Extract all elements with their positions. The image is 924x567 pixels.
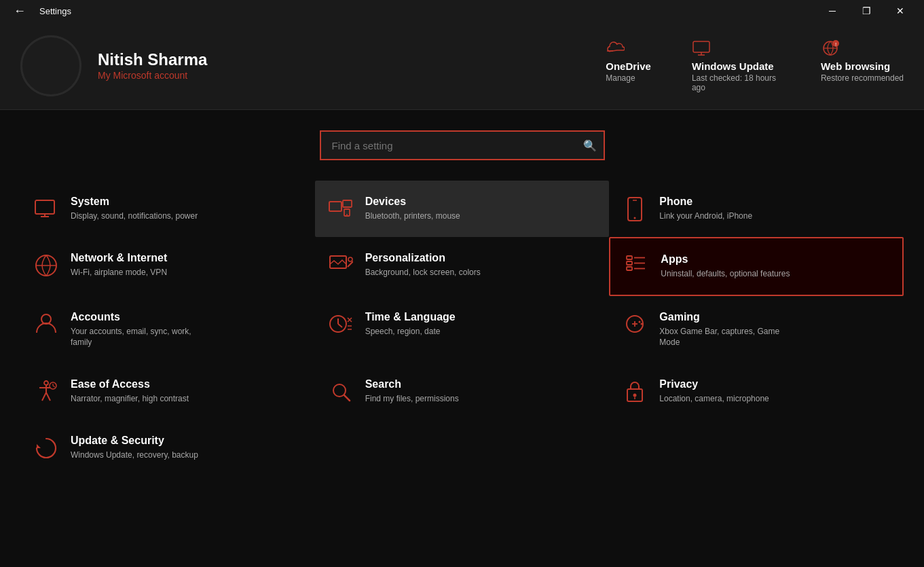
windows-update-icon <box>692 39 711 56</box>
ease-of-access-text: Ease of Access Narrator, magnifier, high… <box>71 378 189 405</box>
apps-title: Apps <box>661 253 790 266</box>
accounts-desc: Your accounts, email, sync, work, family <box>71 326 206 349</box>
setting-devices[interactable]: Devices Bluetooth, printers, mouse <box>315 181 610 237</box>
ease-of-access-icon <box>34 380 58 403</box>
search-title: Search <box>365 378 459 390</box>
apps-icon <box>624 255 648 278</box>
devices-desc: Bluetooth, printers, mouse <box>365 211 460 222</box>
svg-line-47 <box>344 395 350 401</box>
personalization-icon <box>329 253 353 276</box>
svg-point-13 <box>346 214 348 215</box>
widget-windows-update[interactable]: Windows Update Last checked: 18 hours ag… <box>692 39 780 92</box>
account-link[interactable]: My Microsoft account <box>98 70 187 81</box>
header: Nitish Sharma My Microsoft account OneDr… <box>0 22 924 110</box>
system-text: System Display, sound, notifications, po… <box>71 196 198 222</box>
search-setting-icon <box>329 380 353 402</box>
svg-rect-11 <box>343 200 352 207</box>
setting-search[interactable]: Search Find my files, permissions <box>315 363 610 420</box>
accounts-title: Accounts <box>71 311 206 323</box>
network-icon <box>34 253 58 278</box>
time-language-title: Time & Language <box>365 311 456 323</box>
network-title: Network & Internet <box>71 252 167 264</box>
search-container: 🔍 <box>0 110 924 174</box>
network-text: Network & Internet Wi-Fi, airplane mode,… <box>71 252 167 278</box>
setting-time-language[interactable]: Time & Language Speech, region, date <box>315 296 610 364</box>
svg-line-41 <box>42 392 46 401</box>
user-name: Nitish Sharma <box>98 50 589 69</box>
setting-privacy[interactable]: Privacy Location, camera, microphone <box>609 363 904 420</box>
search-input[interactable] <box>320 130 605 160</box>
network-desc: Wi-Fi, airplane mode, VPN <box>71 267 167 278</box>
web-browsing-sub: Restore recommended <box>821 73 904 83</box>
update-security-title: Update & Security <box>71 435 198 447</box>
privacy-desc: Location, camera, microphone <box>659 393 769 405</box>
setting-network[interactable]: Network & Internet Wi-Fi, airplane mode,… <box>20 237 315 296</box>
setting-phone[interactable]: Phone Link your Android, iPhone <box>609 181 904 237</box>
svg-point-16 <box>634 217 636 219</box>
svg-point-27 <box>41 314 51 324</box>
svg-point-38 <box>44 381 48 385</box>
minimize-button[interactable]: ─ <box>817 0 848 22</box>
setting-ease-of-access[interactable]: Ease of Access Narrator, magnifier, high… <box>20 363 315 420</box>
update-title: Windows Update <box>692 60 774 72</box>
web-browsing-icon: ! <box>821 39 840 56</box>
phone-title: Phone <box>659 196 752 208</box>
header-widgets: OneDrive Manage Windows Update Last chec… <box>606 39 904 92</box>
setting-apps[interactable]: Apps Uninstall, defaults, optional featu… <box>609 237 904 296</box>
web-browsing-title: Web browsing <box>821 60 890 72</box>
svg-rect-23 <box>627 267 632 270</box>
onedrive-title: OneDrive <box>606 60 651 72</box>
search-desc: Find my files, permissions <box>365 393 459 405</box>
gaming-icon <box>623 312 647 334</box>
time-language-text: Time & Language Speech, region, date <box>365 311 456 337</box>
update-security-text: Update & Security Windows Update, recove… <box>71 435 198 461</box>
devices-title: Devices <box>365 196 460 208</box>
widget-onedrive[interactable]: OneDrive Manage <box>606 39 651 83</box>
svg-point-49 <box>633 393 637 397</box>
restore-button[interactable]: ❐ <box>851 0 882 22</box>
svg-text:!: ! <box>835 41 836 48</box>
gaming-desc: Xbox Game Bar, captures, Game Mode <box>659 326 795 349</box>
svg-line-30 <box>338 324 342 327</box>
svg-rect-0 <box>693 41 709 52</box>
privacy-title: Privacy <box>659 378 769 390</box>
accounts-icon <box>34 312 58 336</box>
widget-web-browsing[interactable]: ! Web browsing Restore recommended <box>821 39 904 83</box>
devices-text: Devices Bluetooth, printers, mouse <box>365 196 460 222</box>
update-sub: Last checked: 18 hours ago <box>692 73 780 92</box>
back-button[interactable]: ← <box>8 4 31 18</box>
titlebar: ← Settings ─ ❐ ✕ <box>0 0 924 22</box>
apps-desc: Uninstall, defaults, optional features <box>661 268 790 280</box>
phone-icon <box>623 197 647 221</box>
user-info: Nitish Sharma My Microsoft account <box>98 50 589 81</box>
svg-marker-51 <box>37 444 41 448</box>
settings-grid: System Display, sound, notifications, po… <box>0 174 924 483</box>
titlebar-controls: ─ ❐ ✕ <box>817 0 916 22</box>
ease-of-access-title: Ease of Access <box>71 378 189 390</box>
svg-rect-7 <box>35 200 54 214</box>
svg-line-42 <box>46 392 50 401</box>
svg-rect-21 <box>627 256 632 259</box>
ease-of-access-desc: Narrator, magnifier, high contrast <box>71 393 189 405</box>
system-icon <box>34 197 58 219</box>
personalization-text: Personalization Background, lock screen,… <box>365 252 481 278</box>
setting-update-security[interactable]: Update & Security Windows Update, recove… <box>20 420 315 476</box>
setting-gaming[interactable]: Gaming Xbox Game Bar, captures, Game Mod… <box>609 296 904 364</box>
search-icon: 🔍 <box>583 139 597 152</box>
gaming-title: Gaming <box>659 311 795 323</box>
setting-personalization[interactable]: Personalization Background, lock screen,… <box>315 237 610 296</box>
setting-accounts[interactable]: Accounts Your accounts, email, sync, wor… <box>20 296 315 364</box>
accounts-text: Accounts Your accounts, email, sync, wor… <box>71 311 206 349</box>
close-button[interactable]: ✕ <box>885 0 916 22</box>
update-security-icon <box>34 436 58 460</box>
devices-icon <box>329 197 353 219</box>
svg-rect-10 <box>329 202 341 211</box>
phone-desc: Link your Android, iPhone <box>659 211 752 222</box>
privacy-text: Privacy Location, camera, microphone <box>659 378 769 405</box>
onedrive-icon <box>606 39 625 56</box>
apps-text: Apps Uninstall, defaults, optional featu… <box>661 253 790 280</box>
time-language-icon <box>329 312 353 336</box>
personalization-desc: Background, lock screen, colors <box>365 267 481 278</box>
avatar <box>20 35 81 96</box>
setting-system[interactable]: System Display, sound, notifications, po… <box>20 181 315 237</box>
